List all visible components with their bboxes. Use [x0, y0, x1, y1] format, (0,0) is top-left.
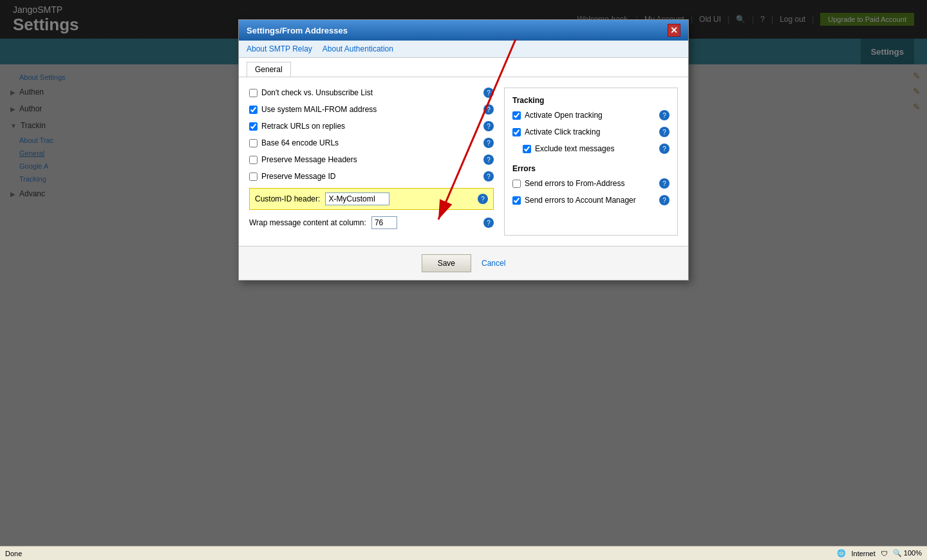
save-button[interactable]: Save [422, 254, 471, 272]
help-icon-errors-from[interactable]: ? [659, 178, 670, 189]
errors-section: Errors Send errors to From-Address ? Sen… [512, 164, 670, 205]
dont-check-checkbox[interactable] [249, 89, 258, 97]
activate-click-checkbox[interactable] [512, 128, 521, 136]
checkbox-row-3: Retrack URLs on replies ? [249, 121, 494, 131]
modal-overlay: Settings/From Addresses ✕ About SMTP Rel… [0, 0, 927, 546]
help-icon-7[interactable]: ? [478, 194, 488, 204]
checkbox-row-2: Use system MAIL-FROM address ? [249, 104, 494, 115]
send-errors-manager-row: Send errors to Account Manager ? [512, 195, 670, 205]
help-icon-2[interactable]: ? [483, 104, 494, 115]
about-authentication-link[interactable]: About Authentication [323, 44, 393, 53]
checkbox-row-4: Base 64 encode URLs ? [249, 138, 494, 148]
custom-id-label: Custom-ID header: [255, 194, 320, 203]
help-icon-4[interactable]: ? [483, 138, 494, 148]
modal-titlebar: Settings/From Addresses ✕ [239, 20, 688, 41]
zoom-text: 🔍 100% [893, 549, 922, 557]
help-icon-open[interactable]: ? [659, 110, 670, 120]
help-icon-8[interactable]: ? [483, 218, 494, 228]
help-icon-5[interactable]: ? [483, 154, 494, 165]
retrack-urls-label: Retrack URLs on replies [261, 122, 345, 131]
exclude-text-checkbox[interactable] [523, 145, 531, 153]
modal-body: Don't check vs. Unsubscribe List ? Use s… [239, 77, 688, 246]
status-text: Done [5, 550, 22, 557]
activate-open-checkbox[interactable] [512, 111, 521, 120]
tab-general[interactable]: General [247, 62, 291, 77]
send-errors-from-label: Send errors to From-Address [525, 179, 624, 188]
modal-title: Settings/From Addresses [247, 26, 348, 35]
settings-modal: Settings/From Addresses ✕ About SMTP Rel… [238, 19, 689, 281]
zone-text: Internet [851, 550, 875, 557]
status-bar: Done 🌐 Internet 🛡 🔍 100% [0, 546, 927, 560]
help-icon-6[interactable]: ? [483, 171, 494, 182]
wrap-label: Wrap message content at column: [249, 218, 366, 227]
help-icon-1[interactable]: ? [483, 88, 494, 98]
activate-open-row: Activate Open tracking ? [512, 110, 670, 120]
preserve-headers-label: Preserve Message Headers [261, 155, 357, 164]
preserve-id-checkbox[interactable] [249, 173, 258, 181]
activate-click-label: Activate Click tracking [525, 127, 600, 136]
help-icon-errors-manager[interactable]: ? [659, 195, 670, 205]
checkbox-row-5: Preserve Message Headers ? [249, 154, 494, 165]
modal-links: About SMTP Relay About Authentication [239, 41, 688, 58]
exclude-text-label: Exclude text messages [535, 144, 614, 153]
left-column: Don't check vs. Unsubscribe List ? Use s… [249, 88, 494, 236]
preserve-id-label: Preserve Message ID [261, 172, 335, 181]
activate-open-label: Activate Open tracking [525, 111, 603, 120]
base64-checkbox[interactable] [249, 139, 258, 147]
protect-icon: 🛡 [881, 550, 888, 557]
dont-check-label: Don't check vs. Unsubscribe List [261, 88, 373, 97]
checkbox-row-1: Don't check vs. Unsubscribe List ? [249, 88, 494, 98]
activate-click-row: Activate Click tracking ? [512, 127, 670, 137]
send-errors-from-row: Send errors to From-Address ? [512, 178, 670, 189]
right-column: Tracking Activate Open tracking ? Activa… [504, 88, 678, 236]
exclude-text-row: Exclude text messages ? [523, 144, 670, 154]
help-icon-3[interactable]: ? [483, 121, 494, 131]
send-errors-manager-label: Send errors to Account Manager [525, 196, 636, 205]
about-smtp-relay-link[interactable]: About SMTP Relay [247, 44, 312, 53]
wrap-input[interactable] [371, 216, 397, 229]
use-system-checkbox[interactable] [249, 106, 258, 114]
security-status-icon: 🌐 [837, 549, 846, 557]
retrack-urls-checkbox[interactable] [249, 122, 258, 131]
help-icon-click[interactable]: ? [659, 127, 670, 137]
cancel-link[interactable]: Cancel [482, 259, 505, 268]
custom-id-input[interactable] [325, 192, 389, 205]
use-system-label: Use system MAIL-FROM address [261, 105, 377, 114]
jango-page: JangoSMTP Settings Welcome back, | My Ac… [0, 0, 927, 546]
status-right: 🌐 Internet 🛡 🔍 100% [837, 549, 922, 557]
base64-label: Base 64 encode URLs [261, 138, 339, 147]
tracking-section-title: Tracking [512, 96, 670, 105]
errors-section-title: Errors [512, 164, 670, 173]
preserve-headers-checkbox[interactable] [249, 156, 258, 164]
send-errors-from-checkbox[interactable] [512, 180, 521, 188]
modal-close-button[interactable]: ✕ [668, 24, 680, 37]
wrap-row: Wrap message content at column: ? [249, 216, 494, 229]
custom-id-row: Custom-ID header: ? [249, 188, 494, 210]
help-icon-exclude[interactable]: ? [659, 144, 670, 154]
send-errors-manager-checkbox[interactable] [512, 196, 521, 205]
modal-footer: Save Cancel [239, 246, 688, 280]
modal-tabs: General [239, 58, 688, 77]
checkbox-row-6: Preserve Message ID ? [249, 171, 494, 182]
